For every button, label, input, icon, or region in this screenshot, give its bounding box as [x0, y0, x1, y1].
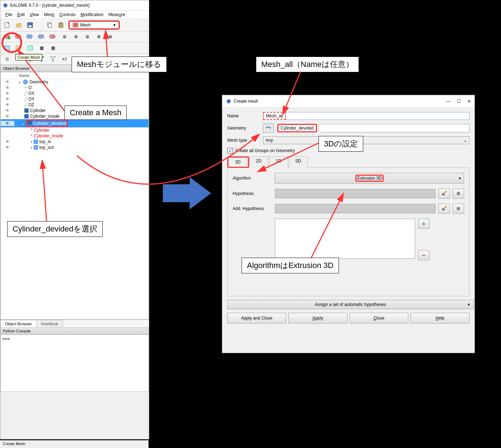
algorithm-select[interactable]: Extrusion 3D▾	[275, 173, 464, 184]
visibility-icon[interactable]: 👁	[1, 85, 14, 90]
open-icon[interactable]	[15, 21, 23, 29]
salome-titlebar: SALOME 9.7.0 - [cylinde_devided_meshr]	[0, 0, 149, 11]
tree-o[interactable]: O	[28, 85, 31, 90]
hypothesis-list[interactable]	[275, 219, 415, 259]
tree-oy[interactable]: OY	[28, 97, 34, 102]
hypothesis-select[interactable]	[275, 189, 436, 198]
edit-add-hypothesis-button[interactable]	[438, 204, 450, 214]
menu-modification[interactable]: Modification	[81, 12, 103, 17]
tab-notebook[interactable]: NoteBook	[36, 320, 63, 327]
tree-child-cyl-in[interactable]: Cylinder_inside	[34, 133, 63, 138]
edit-hypothesis-button[interactable]	[438, 189, 450, 199]
copy-icon[interactable]	[45, 21, 53, 29]
mesh-icon-4[interactable]	[38, 33, 45, 41]
tab-1d[interactable]: 1D	[269, 156, 288, 168]
tree-cylinder-inside[interactable]: Cylinder_inside	[30, 114, 59, 119]
svg-line-33	[445, 191, 447, 193]
tree-top-out[interactable]: top_out	[39, 145, 54, 150]
solid-icon	[28, 121, 32, 125]
tree-geometry[interactable]: Geometry	[29, 79, 48, 84]
close-button[interactable]: Close	[350, 313, 409, 323]
tb3-icon-3[interactable]	[26, 44, 34, 52]
expand-icon[interactable]: ⌄	[21, 121, 24, 126]
visibility-icon[interactable]: 👁	[1, 97, 14, 102]
add-hypothesis-select[interactable]	[275, 204, 436, 213]
new-hypothesis-button[interactable]	[453, 189, 464, 199]
expand-icon[interactable]: ›	[31, 145, 32, 150]
visibility-icon[interactable]: 👁	[1, 102, 14, 107]
gear-icon-5[interactable]: ⚙	[106, 33, 114, 41]
annotation-algo-ext: AlgorithmはExtrusion 3D	[242, 258, 339, 273]
python-console[interactable]: >>>	[0, 335, 149, 392]
chevron-down-icon: ▾	[113, 23, 116, 28]
svg-rect-20	[28, 46, 33, 50]
maximize-icon[interactable]: ☐	[457, 99, 461, 104]
minimize-icon[interactable]: —	[446, 99, 451, 104]
paste-icon[interactable]	[57, 21, 65, 29]
help-button[interactable]: Help	[410, 313, 470, 323]
face-icon	[34, 145, 38, 150]
visibility-icon[interactable]: 👁	[1, 79, 14, 84]
algorithm-label: Algorithm	[233, 176, 272, 181]
visibility-icon[interactable]: 👁	[1, 91, 14, 96]
gear-icon-2[interactable]: ⚙	[72, 33, 80, 41]
tb3-icon-5[interactable]: ▦	[49, 44, 57, 52]
add-button[interactable]: ＋	[418, 219, 429, 229]
menu-controls[interactable]: Controls	[59, 12, 76, 17]
expand-icon[interactable]: ›	[31, 139, 32, 144]
menu-measure[interactable]: Measure	[108, 12, 125, 17]
apply-button[interactable]: Apply	[288, 313, 347, 323]
apply-close-button[interactable]: Apply and Close	[227, 313, 286, 323]
gear-icon-4[interactable]: ⚙	[95, 33, 103, 41]
geometry-pick-button[interactable]	[263, 123, 274, 133]
svg-point-32	[442, 193, 445, 196]
solid-icon	[24, 108, 29, 113]
window-title: SALOME 9.7.0 - [cylinde_devided_meshr]	[10, 3, 89, 8]
menu-mesh[interactable]: Mesh	[44, 12, 54, 17]
tree-child-cyl[interactable]: Cylinder	[34, 128, 50, 133]
filter-icon-3[interactable]	[49, 55, 57, 63]
svg-rect-29	[34, 145, 38, 150]
menu-edit[interactable]: Edit	[17, 12, 25, 17]
svg-rect-28	[34, 140, 38, 144]
mesh-icon-3[interactable]	[26, 33, 34, 41]
menu-file[interactable]: File	[5, 12, 12, 17]
geometry-input[interactable]: Cylinder_devided	[279, 125, 315, 131]
tab-0d[interactable]: 0D	[289, 156, 308, 168]
module-selector[interactable]: Mesh ▾	[69, 21, 119, 29]
tb3-icon-4[interactable]: ▦	[38, 44, 45, 52]
remove-button[interactable]: －	[418, 250, 429, 260]
tab-object-browser[interactable]: Object Browser	[0, 320, 37, 327]
gear-icon-3[interactable]: ⚙	[83, 33, 91, 41]
new-icon[interactable]	[3, 21, 11, 29]
tab-2d[interactable]: 2D	[249, 156, 268, 168]
node-icon[interactable]: ⊙	[3, 55, 11, 63]
tree-cylinder-devided[interactable]: Cylinder_devided	[33, 121, 66, 126]
tree-ox[interactable]: OX	[28, 91, 34, 96]
visibility-icon[interactable]: 👁	[1, 139, 14, 144]
save-icon[interactable]	[26, 21, 34, 29]
visibility-icon[interactable]: 👁	[1, 121, 14, 126]
auto-hypotheses-label: Assign a set of automatic hypotheses	[315, 302, 386, 307]
new-add-hypothesis-button[interactable]	[453, 204, 464, 214]
app-icon	[3, 3, 8, 8]
x2-icon-2[interactable]: ✕2	[60, 55, 68, 63]
expand-icon[interactable]: ⌄	[18, 79, 21, 84]
visibility-icon[interactable]: 👁	[1, 108, 14, 113]
tree-cylinder[interactable]: Cylinder	[30, 108, 46, 113]
dialog-title: Create mesh	[234, 99, 258, 104]
meshtype-select[interactable]: Any⌄	[263, 136, 470, 144]
mesh-icon-5[interactable]	[49, 33, 57, 41]
svg-point-24	[23, 80, 28, 84]
name-input[interactable]: Mesh_all	[264, 113, 284, 119]
tree-top-in[interactable]: top_in	[39, 139, 51, 144]
close-icon[interactable]: ✕	[467, 99, 471, 104]
gear-icon[interactable]: ⚙	[60, 33, 68, 41]
tab-3d[interactable]: 3D	[228, 157, 247, 167]
menu-view[interactable]: View	[30, 12, 39, 17]
visibility-icon[interactable]: 👁	[1, 114, 14, 119]
visibility-icon[interactable]: 👁	[1, 145, 14, 150]
browser-tabs: Object Browser NoteBook	[0, 320, 149, 327]
auto-hypotheses-button[interactable]: Assign a set of automatic hypotheses▾	[227, 300, 474, 309]
tree-oz[interactable]: OZ	[28, 102, 34, 107]
